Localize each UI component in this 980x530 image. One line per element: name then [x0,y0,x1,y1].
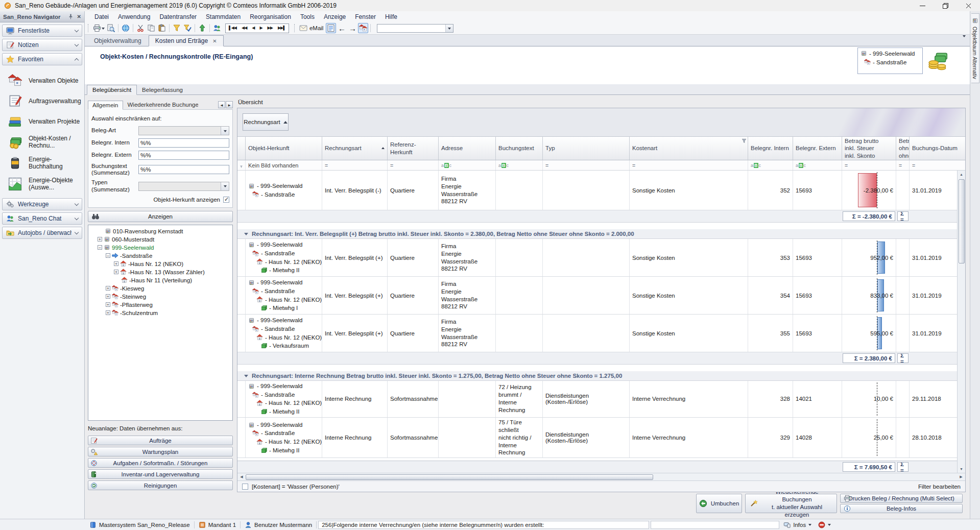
horizontal-scrollbar[interactable]: ◀ ▶ [237,473,965,480]
tree-item-schulzentrum[interactable]: -Schulzentrum [89,309,231,317]
combo-dropdown-button[interactable] [445,25,453,32]
reinigungen-button[interactable]: Reinigungen [88,480,233,490]
nav-next-button[interactable]: ▶ [257,26,264,30]
tree-item-musterstadt[interactable]: 060-Musterstadt [89,235,231,244]
sidebar-item-fensterliste[interactable]: Fensterliste [2,25,82,37]
expand-icon[interactable] [106,310,110,315]
sidebar-item-favoriten[interactable]: Favoriten [2,53,82,65]
auftraege-button[interactable]: Aufträge [88,436,233,445]
tree-item-pflasterweg[interactable]: -Pflasterweg [89,301,231,309]
filter-objekt[interactable]: Kein Bild vorhanden [246,160,322,170]
filter-apply-button[interactable] [182,23,193,33]
sidebar-item-notizen[interactable]: Notizen [2,39,82,51]
sidebar-item-werkzeuge[interactable]: Werkzeuge [2,198,82,210]
tab-kosten-und-ertraege[interactable]: Kosten und Erträge ✕ [149,35,224,46]
paste-button[interactable] [157,23,167,33]
scroll-up-icon[interactable]: ▲ [958,171,965,178]
tree-item-ravensburg[interactable]: 010-Ravensburg Kernstadt [89,227,231,235]
buchungstext-input[interactable]: %% [138,165,229,174]
navigator-close-icon[interactable]: ✕ [77,14,81,19]
tree-item-kiesweg[interactable]: -Kiesweg [89,284,231,293]
collapse-icon[interactable] [98,245,102,250]
tab-wiederkehrende-buchungen[interactable]: Wiederkehrende Buchungen [123,100,199,109]
tree-item-haus-13[interactable]: -Haus Nr. 13 (Wasser Zähler) [89,268,231,276]
favorite-energie-buchhaltung[interactable]: Energie-Buchhaltung [8,156,82,170]
favorite-auftragsverwaltung[interactable]: Auftragsverwaltung [8,94,82,108]
filter-bearbeiten-link[interactable]: Filter bearbeiten [918,484,961,490]
nav-last-button[interactable]: ▶▶▌ [276,26,288,30]
filter-adresse[interactable]: aBc [439,160,496,170]
tree-item-steinweg[interactable]: -Steinweg [89,293,231,301]
umbuchen-button[interactable]: Umbuchen [696,494,742,513]
back-button[interactable]: ← [337,23,347,33]
tree-item-seelenwald[interactable]: 999-Seelenwald [89,244,231,252]
tab-objektverwaltung[interactable]: Objektverwaltung [88,36,148,46]
wartungsplan-button[interactable]: Wartungsplan [88,447,233,456]
beleg-infos-button[interactable]: Beleg-Infos [840,504,963,513]
column-typ[interactable]: Typ [543,137,630,160]
scroll-down-icon[interactable]: ▼ [958,465,965,473]
filter-referenz[interactable]: = [388,160,439,170]
aufgaben-button[interactable]: Aufgaben / Sofortmaßn. / Störungen [88,458,233,468]
filter-typ[interactable]: = [543,160,630,170]
tab-scroll-left-icon[interactable]: ◀ [218,101,225,108]
email-button[interactable]: eMail [299,23,325,33]
vertical-scrollbar[interactable]: ▲ ▼ [957,171,965,473]
beleg-art-select[interactable] [138,126,229,135]
favorites-toggle-button[interactable] [358,23,368,33]
column-referenz-herkunft[interactable]: Referenz- Herkunft [388,137,439,160]
nav-first-button[interactable]: ▌◀◀ [227,26,238,30]
column-adresse[interactable]: Adresse [439,137,496,160]
tab-overflow-chevron-icon[interactable] [963,37,966,44]
belegnr-extern-input[interactable]: %% [138,151,229,160]
column-belegnr-extern[interactable]: Belegnr. Extern [793,137,842,160]
column-kostenart[interactable]: Kostenart [630,137,748,160]
menu-anzeige[interactable]: Anzeige [319,12,350,21]
scrollbar-thumb[interactable] [959,179,965,263]
favorite-energie-objekte[interactable]: Energie-Objekte (Auswe... [8,177,82,191]
menu-hilfe[interactable]: Hilfe [380,12,402,21]
column-belegnr-intern[interactable]: Belegnr. Intern [748,137,793,160]
expand-icon[interactable] [106,286,110,291]
close-button[interactable] [957,0,980,11]
drucken-beleg-button[interactable]: Drucken Beleg / Rechnung (Multi Select) [840,494,963,503]
cut-button[interactable] [135,23,146,33]
sidebar-item-autojobs[interactable]: Autojobs / überwachtes Ver [2,227,82,239]
table-row[interactable]: - 999-Seelenwald - Sandstraße - Haus Nr.… [237,381,957,418]
nav-fast-next-button[interactable]: ▶▶ [266,26,275,30]
collapse-group-icon[interactable] [244,233,248,237]
belegnr-intern-input[interactable]: %% [138,138,229,148]
column-betrag-brutto[interactable]: Betrag brutto inkl. Steuer inkl. Skonto [842,137,896,160]
dropdown-button[interactable] [221,127,229,135]
filter-intern[interactable]: aBc [748,160,793,170]
filter-betrag[interactable]: = [842,160,896,170]
dropdown-button[interactable] [221,182,229,190]
expand-icon[interactable] [106,294,110,299]
expand-icon[interactable] [114,270,118,274]
group-by-chip-rechnungsart[interactable]: Rechnungsart [243,113,289,131]
column-objekt-herkunft[interactable]: Objekt-Herkunft [246,137,322,160]
column-betrag-ohne[interactable]: Betra ohne ohne [896,137,910,160]
scrollbar-thumb[interactable] [246,474,653,480]
wiederkehrende-buchungen-button[interactable]: Wiederkehrende Buchungen t. aktueller Au… [745,494,837,513]
filter-buchungstext[interactable]: aBc [496,160,543,170]
typen-select[interactable] [138,182,229,191]
table-row[interactable]: - 999-Seelenwald - Sandstraße - Haus Nr.… [237,277,957,315]
table-row[interactable]: - 999-Seelenwald - Sandstraße - Haus Nr.… [237,418,957,459]
copy-button[interactable] [146,23,156,33]
tree-item-haus-12[interactable]: -Haus Nr. 12 (NEKO) [89,260,231,268]
filter-enable-checkbox[interactable] [242,484,248,490]
column-buchungstext[interactable]: Buchungstext [496,137,543,160]
nav-prev-button[interactable]: ◀ [250,26,256,30]
anzeigen-button[interactable]: Anzeigen [88,211,233,222]
column-rechnungsart[interactable]: Rechnungsart [322,137,388,160]
favorite-verwalten-projekte[interactable]: Verwalten Projekte [8,114,82,128]
inventar-button[interactable]: Inventar-und Lagerverwaltung [88,469,233,479]
expand-icon[interactable] [98,237,102,242]
expand-icon[interactable] [114,261,118,266]
sidebar-item-chat[interactable]: San_Reno Chat [2,212,82,225]
filter-rechnungsart[interactable]: = [322,160,388,170]
menu-anwendung[interactable]: Anwendung [113,12,155,21]
filter-datum[interactable]: = [910,160,965,170]
menu-reorganisation[interactable]: Reorganisation [245,12,296,21]
